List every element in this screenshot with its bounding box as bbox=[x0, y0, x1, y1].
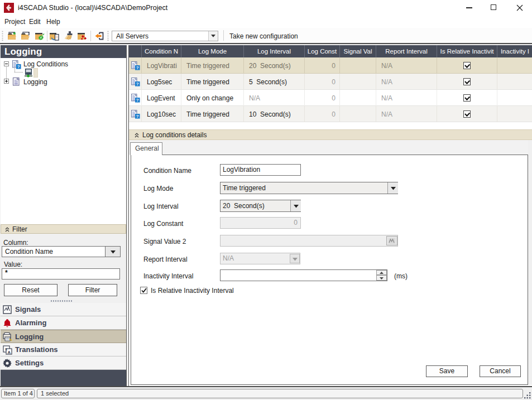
svg-text:x: x bbox=[5, 347, 7, 351]
svg-text:A: A bbox=[8, 350, 11, 355]
